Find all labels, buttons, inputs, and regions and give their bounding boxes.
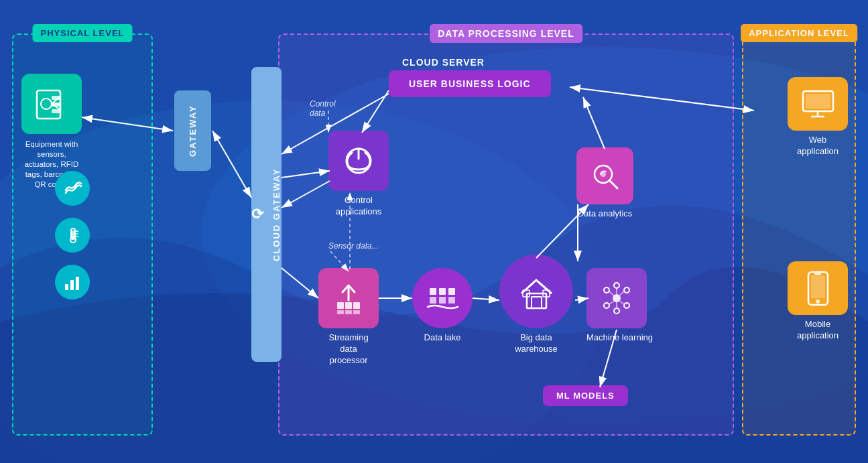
svg-rect-19 (76, 277, 79, 290)
application-level-title: APPLICATION LEVEL (741, 24, 857, 42)
cloud-server-label: CLOUD SERVER (402, 57, 485, 68)
gateway-node: GATEWAY (174, 90, 211, 171)
temperature-svg (62, 225, 82, 245)
svg-rect-33 (448, 297, 455, 304)
svg-rect-31 (430, 297, 436, 304)
bigdata-label: Big datawarehouse (499, 332, 573, 355)
svg-rect-29 (439, 288, 446, 295)
svg-line-51 (619, 301, 624, 304)
svg-rect-8 (52, 96, 61, 100)
svg-point-46 (614, 308, 619, 314)
bigdata-box (499, 255, 573, 328)
svg-line-53 (609, 301, 614, 304)
analytics-label: Data analytics (576, 208, 633, 220)
power-icon (342, 144, 375, 178)
cloud-gateway-box: ⟳ CLOUD GATEWAY (251, 67, 282, 362)
warehouse-icon (515, 270, 558, 314)
svg-rect-17 (65, 284, 68, 290)
ml-box (586, 268, 647, 328)
svg-rect-59 (811, 275, 825, 298)
svg-point-4 (41, 98, 52, 109)
chart-icon (55, 265, 90, 300)
svg-point-60 (816, 300, 820, 304)
svg-point-42 (604, 287, 609, 293)
svg-point-44 (624, 287, 629, 293)
streaming-box (318, 268, 379, 328)
machine-learning-node: Machine learning (586, 268, 653, 344)
svg-line-48 (609, 291, 614, 295)
equipment-icon-box (21, 74, 82, 134)
svg-rect-28 (430, 288, 436, 295)
ml-models-node: ML MODELS (543, 385, 628, 406)
data-lake-node: Data lake (412, 268, 473, 344)
big-data-warehouse-node: Big datawarehouse (499, 255, 573, 355)
svg-rect-23 (345, 302, 352, 309)
web-application-node: Webapplication (788, 77, 848, 157)
svg-point-45 (624, 303, 629, 308)
svg-point-47 (604, 303, 609, 308)
svg-rect-22 (337, 302, 344, 309)
svg-rect-10 (52, 109, 61, 113)
equipment-icon (32, 84, 72, 124)
streaming-data-processor-node: Streamingdataprocessor (318, 268, 379, 367)
analytics-icon (588, 159, 622, 193)
control-app-label: Controlapplications (328, 195, 389, 218)
control-data-label: Controldata (310, 99, 336, 118)
cloud-gateway-label: CLOUD GATEWAY (271, 168, 282, 261)
datalake-icon (424, 280, 461, 317)
control-applications-node: Controlapplications (328, 131, 389, 218)
mlmodels-box: ML MODELS (543, 385, 628, 406)
user-logic-box: USER BUSINESS LOGIC (389, 70, 551, 97)
svg-rect-25 (337, 310, 344, 314)
svg-rect-32 (439, 297, 446, 304)
temperature-icon (55, 218, 90, 253)
svg-point-40 (601, 172, 606, 177)
streaming-label: Streamingdataprocessor (318, 332, 379, 367)
svg-line-66 (212, 131, 251, 198)
data-analytics-node: Data analytics (576, 147, 633, 220)
svg-line-39 (609, 180, 617, 188)
sensor-data-label: Sensor data... (328, 241, 379, 251)
mobileapp-label: Mobileapplication (788, 319, 848, 342)
waves-icon (55, 171, 90, 206)
svg-line-50 (619, 291, 624, 295)
ml-label: Machine learning (586, 332, 653, 344)
svg-rect-26 (345, 310, 352, 314)
gateway-label: GATEWAY (188, 105, 198, 157)
refresh-icon: ⟳ (251, 206, 265, 223)
svg-point-43 (614, 283, 619, 288)
mobileapp-box (788, 261, 848, 315)
upload-icon (330, 280, 367, 317)
webapp-label: Webapplication (788, 135, 848, 157)
gateway-box: GATEWAY (174, 90, 211, 171)
svg-rect-9 (52, 103, 61, 107)
svg-rect-30 (448, 288, 455, 295)
svg-rect-13 (72, 230, 74, 239)
cloud-gateway-node: ⟳ CLOUD GATEWAY (251, 67, 282, 362)
svg-rect-27 (353, 310, 360, 314)
user-business-logic-node: USER BUSINESS LOGIC (389, 70, 551, 97)
datalake-box (412, 268, 473, 328)
data-processing-title: DATA PROCESSING LEVEL (430, 24, 582, 43)
svg-rect-24 (353, 302, 360, 309)
ml-icon (599, 280, 635, 317)
svg-rect-35 (532, 297, 542, 308)
svg-rect-57 (806, 94, 830, 109)
mobile-icon (803, 270, 833, 307)
datalake-label: Data lake (412, 332, 473, 344)
mobile-application-node: Mobileapplication (788, 261, 848, 342)
control-app-box (328, 131, 389, 191)
analytics-box (576, 147, 633, 204)
svg-rect-18 (70, 280, 74, 290)
chart-svg (62, 272, 82, 292)
webapp-box (788, 77, 848, 131)
monitor-icon (800, 86, 836, 123)
waves-svg (62, 178, 82, 198)
physical-level-title: PHYSICAL LEVEL (32, 24, 132, 42)
